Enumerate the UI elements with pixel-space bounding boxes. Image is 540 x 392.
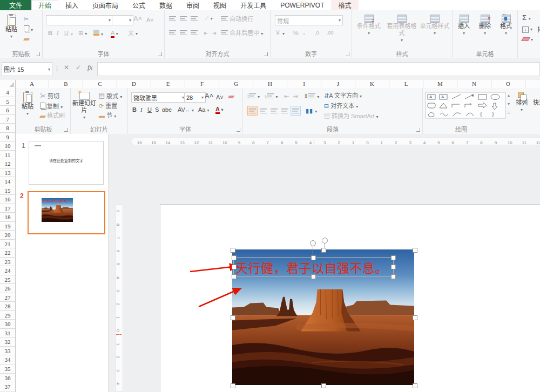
copy-icon[interactable]: ▾ bbox=[24, 25, 33, 33]
ppt-bold-button[interactable]: B bbox=[132, 106, 137, 113]
column-header[interactable]: C bbox=[83, 80, 117, 88]
ppt-format-painter-button[interactable]: 格式刷 bbox=[40, 112, 65, 119]
name-box[interactable]: 图片 15▾ bbox=[2, 62, 52, 76]
decrease-decimal-icon[interactable]: .00 bbox=[327, 30, 334, 36]
underline-dropdown-icon[interactable]: ▾ bbox=[71, 32, 73, 37]
selection-handle[interactable] bbox=[231, 315, 235, 320]
bullets-button[interactable]: ∶ ▾ bbox=[247, 93, 260, 100]
excel-ribbon-tab[interactable]: 开始 bbox=[31, 0, 58, 10]
selection-handle[interactable] bbox=[413, 315, 417, 320]
distribute-button[interactable] bbox=[291, 106, 301, 116]
justify-button[interactable] bbox=[280, 106, 290, 116]
row-header[interactable]: 13 bbox=[0, 168, 15, 178]
selection-handle[interactable] bbox=[231, 383, 235, 388]
row-header[interactable]: 10 bbox=[0, 141, 15, 151]
italic-button[interactable]: I bbox=[57, 30, 59, 36]
font-name-combo[interactable]: ▾ bbox=[46, 15, 113, 25]
borders-icon[interactable]: ⊞ ▾ bbox=[78, 30, 87, 37]
decrease-indent-icon[interactable]: ⇤ bbox=[284, 93, 289, 99]
underline-button[interactable]: U bbox=[64, 30, 69, 36]
excel-ribbon-tab[interactable]: 开发工具 bbox=[233, 0, 273, 10]
quick-styles-button[interactable]: 快速样式▾ bbox=[531, 92, 540, 123]
row-header[interactable]: 14 bbox=[0, 177, 15, 186]
dialog-launcher-icon[interactable] bbox=[158, 52, 162, 56]
shadow-button[interactable]: S bbox=[155, 106, 159, 113]
clear-eraser-icon[interactable]: ▾ bbox=[522, 36, 533, 43]
column-header[interactable]: D bbox=[117, 80, 151, 88]
picture-rotate-handle[interactable] bbox=[322, 238, 328, 244]
text-direction-button[interactable]: ⇵A 文字方向 ▾ bbox=[324, 92, 362, 100]
row-header[interactable]: 22 bbox=[0, 248, 15, 258]
column-header[interactable]: K bbox=[355, 80, 389, 88]
bold-button[interactable]: B bbox=[48, 30, 52, 36]
column-header[interactable]: H bbox=[253, 80, 287, 88]
reset-button[interactable]: ⟳ 重置 bbox=[99, 103, 117, 109]
row-header[interactable]: 19 bbox=[0, 222, 15, 231]
row-header[interactable]: 4 bbox=[0, 88, 15, 97]
autosum-icon[interactable]: Σ ▾ bbox=[522, 15, 531, 22]
selection-handle[interactable] bbox=[391, 265, 396, 269]
orientation-icon[interactable]: ⟋ ▾ bbox=[205, 15, 213, 22]
grow-font-icon[interactable]: A˄ bbox=[205, 93, 213, 99]
layout-button[interactable]: ▤ 版式 ▾ bbox=[99, 93, 122, 100]
row-header[interactable]: 8 bbox=[0, 124, 15, 133]
row-header[interactable]: 6 bbox=[0, 106, 15, 115]
column-header[interactable]: G bbox=[219, 80, 253, 88]
align-text-button[interactable]: ⊟ 对齐文本 ▾ bbox=[324, 103, 358, 110]
excel-ribbon-tab[interactable]: 页面布局 bbox=[85, 0, 125, 10]
row-header[interactable]: 5 bbox=[0, 97, 15, 106]
tab-file[interactable]: 文件 bbox=[0, 0, 31, 10]
accounting-format-icon[interactable]: ￥ ▾ bbox=[275, 30, 285, 37]
selection-handle[interactable] bbox=[232, 274, 237, 279]
phonetic-guide-icon[interactable]: 文 ▾ bbox=[128, 30, 138, 37]
dialog-launcher-icon[interactable] bbox=[264, 52, 268, 56]
selection-handle[interactable] bbox=[311, 274, 316, 279]
column-header[interactable]: M bbox=[423, 80, 457, 88]
column-header[interactable]: J bbox=[321, 80, 355, 88]
dialog-launcher-icon[interactable] bbox=[416, 128, 420, 132]
dialog-launcher-icon[interactable] bbox=[237, 128, 240, 132]
excel-ribbon-tab[interactable]: 公式 bbox=[125, 0, 152, 10]
convert-smartart-button[interactable]: ▤ 转换为 SmartArt ▾ bbox=[324, 113, 379, 120]
row-header[interactable]: 33 bbox=[0, 347, 15, 356]
row-header[interactable]: 25 bbox=[0, 275, 15, 285]
formula-bar-splitter[interactable]: ⋮ bbox=[54, 65, 60, 71]
conditional-formatting-button[interactable]: ≠ 条件格式▾ bbox=[353, 15, 384, 47]
excel-ribbon-tab[interactable]: POWERPIVOT bbox=[273, 0, 331, 10]
row-header[interactable]: 11 bbox=[0, 151, 15, 160]
cut-icon[interactable]: ✂ bbox=[24, 16, 29, 22]
row-header[interactable]: 32 bbox=[0, 337, 15, 347]
selection-handle[interactable] bbox=[232, 255, 237, 260]
section-button[interactable]: ▬ 节 ▾ bbox=[99, 112, 116, 120]
shapes-more-icon[interactable]: ⍗ bbox=[508, 110, 510, 116]
row-header[interactable]: 7 bbox=[0, 115, 15, 124]
align-right-button[interactable] bbox=[269, 106, 279, 116]
format-as-table-button[interactable]: 套用表格格式▾ bbox=[386, 15, 418, 47]
columns-button[interactable]: ▮▮ ▾ bbox=[306, 107, 317, 115]
row-header[interactable]: 30 bbox=[0, 320, 15, 329]
character-spacing-button[interactable]: AV↔ ▾ bbox=[178, 106, 194, 114]
column-header[interactable]: F bbox=[185, 80, 219, 88]
selection-handle[interactable] bbox=[413, 248, 417, 253]
shapes-gallery[interactable]: A A bbox=[425, 92, 506, 119]
row-header[interactable]: 26 bbox=[0, 284, 15, 293]
selection-handle[interactable] bbox=[231, 248, 235, 253]
format-cells-button[interactable]: ↔ 格式▾ bbox=[496, 15, 516, 47]
excel-ribbon-tab[interactable]: 视图 bbox=[206, 0, 233, 10]
change-case-button[interactable]: Aa ▾ bbox=[198, 106, 210, 114]
shrink-font-icon[interactable]: A˅ bbox=[216, 94, 224, 100]
selection-handle[interactable] bbox=[232, 265, 237, 269]
increase-indent-icon[interactable]: ⇥ bbox=[211, 30, 216, 36]
increase-decimal-icon[interactable]: .0 bbox=[315, 30, 319, 36]
ppt-copy-button[interactable]: 复制 ▾ bbox=[40, 103, 63, 111]
excel-ribbon-tab[interactable]: 审阅 bbox=[179, 0, 206, 10]
slide2-thumbnail-selected[interactable]: 天行健，君子以自强不息。 bbox=[28, 191, 105, 234]
ppt-cut-button[interactable]: ✂ 剪切 bbox=[40, 93, 59, 99]
column-header[interactable]: B bbox=[49, 80, 83, 88]
font-size-combo[interactable]: ▾ bbox=[112, 15, 133, 25]
ppt-underline-button[interactable]: U bbox=[147, 106, 152, 113]
row-header[interactable]: 12 bbox=[0, 159, 15, 168]
selection-handle[interactable] bbox=[311, 255, 316, 260]
align-bottom-icon[interactable] bbox=[191, 16, 198, 21]
formula-input[interactable] bbox=[97, 62, 540, 76]
